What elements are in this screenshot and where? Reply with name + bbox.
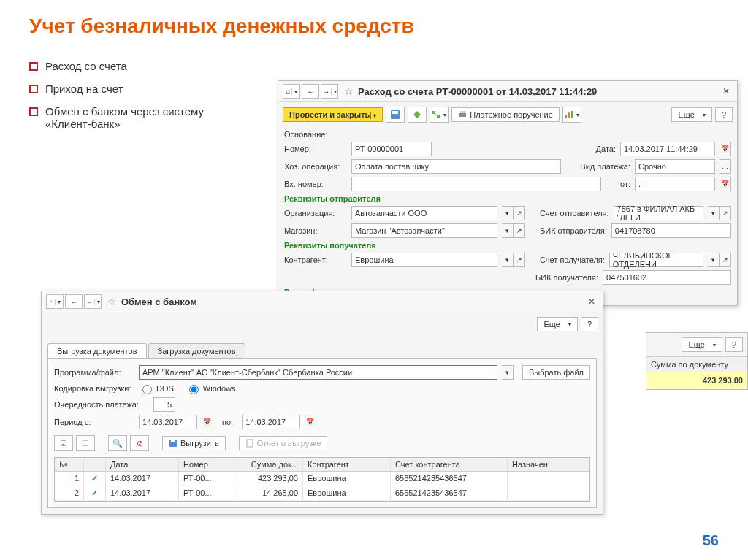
grid-header: № Дата Номер Сумма док... Контрагент Сче… bbox=[55, 458, 589, 472]
payment-order-button[interactable]: Платежное поручение bbox=[451, 107, 560, 122]
col-contractor[interactable]: Контрагент bbox=[303, 458, 391, 471]
window-title: Обмен с банком bbox=[121, 296, 197, 307]
list-item: Обмен с банком через систему «Клиент-бан… bbox=[29, 105, 248, 130]
radio-windows[interactable]: Windows bbox=[186, 383, 236, 394]
priority-input[interactable]: 5 bbox=[153, 397, 175, 412]
check-icon[interactable]: ✓ bbox=[84, 472, 106, 486]
calendar-icon[interactable]: 📅 bbox=[720, 177, 731, 191]
calendar-icon[interactable]: 📅 bbox=[202, 415, 213, 429]
save-button[interactable] bbox=[386, 107, 405, 123]
col-check[interactable] bbox=[84, 458, 106, 471]
calendar-icon[interactable]: 📅 bbox=[305, 415, 316, 429]
back-button[interactable]: ← bbox=[65, 294, 83, 309]
svg-rect-9 bbox=[571, 111, 573, 118]
print-icon bbox=[458, 110, 467, 119]
forward-button[interactable]: →▾ bbox=[84, 294, 102, 309]
program-input[interactable]: АРМ "Клиент" АС "Клиент-Сбербанк" Сберба… bbox=[139, 365, 497, 380]
period-from-input[interactable]: 14.03.2017 bbox=[139, 415, 197, 429]
open-icon[interactable]: ↗ bbox=[720, 206, 731, 220]
help-button[interactable]: ? bbox=[581, 317, 598, 331]
more-button[interactable]: Еще▾ bbox=[682, 337, 722, 352]
bullet-list: Расход со счета Приход на счет Обмен с б… bbox=[29, 60, 248, 130]
bullet-icon bbox=[29, 62, 38, 71]
export-button[interactable]: Выгрузить bbox=[162, 436, 226, 450]
sender-bic-label: БИК отправителя: bbox=[540, 226, 607, 235]
dropdown-icon[interactable]: ▾ bbox=[502, 253, 514, 267]
dropdown-icon[interactable]: ▾ bbox=[502, 206, 514, 220]
form-body: Основание: Номер: РТ-00000001 Дата: 14.0… bbox=[278, 127, 737, 305]
uncheck-all-button[interactable]: ☐ bbox=[76, 435, 95, 451]
check-icon[interactable]: ✓ bbox=[84, 486, 106, 500]
find-button[interactable]: 🔍 bbox=[108, 435, 127, 451]
close-button[interactable]: ✕ bbox=[720, 85, 733, 98]
svg-line-4 bbox=[435, 113, 438, 116]
organization-input[interactable]: Автозапчасти ООО bbox=[351, 206, 497, 220]
tabs: Выгрузка документов Загрузка документов bbox=[47, 343, 597, 359]
svg-rect-12 bbox=[247, 440, 253, 447]
receiver-group: Реквизиты получателя bbox=[284, 241, 731, 250]
home-button[interactable]: ⌂▾ bbox=[46, 294, 64, 309]
date-input[interactable]: 14.03.2017 11:44:29 bbox=[620, 142, 715, 156]
close-button[interactable]: ✕ bbox=[585, 295, 598, 308]
favorite-icon[interactable]: ☆ bbox=[107, 296, 117, 307]
report-button[interactable]: ▾ bbox=[562, 107, 581, 123]
open-icon[interactable]: ↗ bbox=[514, 223, 525, 238]
clear-find-button[interactable]: ⊘ bbox=[130, 435, 149, 451]
from-input[interactable]: . . bbox=[635, 177, 715, 191]
sender-group: Реквизиты отправителя bbox=[284, 194, 731, 203]
col-sum[interactable]: Сумма док... bbox=[237, 458, 303, 471]
bullet-text: Расход со счета bbox=[45, 60, 127, 72]
col-number[interactable]: Номер bbox=[179, 458, 237, 471]
open-icon[interactable]: ↗ bbox=[720, 253, 731, 267]
operation-input[interactable]: Оплата поставщику bbox=[351, 159, 561, 174]
check-all-button[interactable]: ☑ bbox=[54, 435, 73, 451]
col-account[interactable]: Счет контрагента bbox=[391, 458, 508, 471]
title-bar: ⌂▾ ← →▾ ☆ Обмен с банком ✕ bbox=[42, 291, 603, 312]
svg-rect-11 bbox=[171, 440, 175, 442]
report-button[interactable]: Отчет о выгрузке bbox=[239, 436, 328, 450]
help-button[interactable]: ? bbox=[715, 107, 733, 122]
col-date[interactable]: Дата bbox=[106, 458, 179, 471]
receiver-account-input[interactable]: ЧЕЛЯБИНСКОЕ ОТДЕЛЕНИ bbox=[609, 253, 703, 267]
receiver-bic-input[interactable]: 047501602 bbox=[603, 270, 731, 285]
table-row[interactable]: 2 ✓ 14.03.2017 РТ-00... 14 265,00 Евроши… bbox=[55, 486, 589, 501]
slide-title: Учет безналичных денежных средств bbox=[29, 15, 719, 38]
dropdown-icon[interactable]: ▾ bbox=[502, 365, 514, 380]
period-to-input[interactable]: 14.03.2017 bbox=[242, 415, 300, 429]
col-num[interactable]: № bbox=[55, 458, 84, 471]
open-icon[interactable]: ↗ bbox=[514, 253, 525, 267]
sender-bic-input[interactable]: 041708780 bbox=[611, 223, 731, 238]
sender-account-input[interactable]: 7567 в ФИЛИАЛ АКБ "ЛЕГИ bbox=[614, 206, 703, 220]
open-icon[interactable]: ↗ bbox=[514, 206, 525, 220]
list-item: Расход со счета bbox=[29, 60, 248, 72]
post-button[interactable] bbox=[408, 107, 427, 123]
dropdown-icon[interactable]: ▾ bbox=[502, 223, 514, 238]
contractor-input[interactable]: Еврошина bbox=[351, 253, 497, 267]
dropdown-icon[interactable]: ▾ bbox=[708, 206, 720, 220]
number-input[interactable]: РТ-00000001 bbox=[351, 142, 432, 156]
bullet-text: Обмен с банком через систему «Клиент-бан… bbox=[45, 105, 248, 130]
favorite-icon[interactable]: ☆ bbox=[344, 85, 354, 97]
more-button[interactable]: Еще▾ bbox=[671, 107, 711, 122]
tab-export[interactable]: Выгрузка документов bbox=[47, 343, 147, 358]
related-button[interactable]: ▾ bbox=[430, 107, 449, 123]
dropdown-icon[interactable]: ▾ bbox=[708, 253, 720, 267]
forward-button[interactable]: →▾ bbox=[321, 84, 338, 99]
col-purpose[interactable]: Назначен bbox=[508, 458, 589, 471]
more-button[interactable]: Еще▾ bbox=[537, 317, 577, 331]
payment-type-input[interactable]: Срочно bbox=[635, 159, 715, 174]
home-button[interactable]: ⌂▾ bbox=[283, 84, 300, 99]
post-and-close-button[interactable]: Провести и закрыть▾ bbox=[283, 107, 383, 122]
calendar-icon[interactable]: 📅 bbox=[720, 142, 731, 156]
operation-label: Хоз. операция: bbox=[284, 162, 347, 171]
back-button[interactable]: ← bbox=[302, 84, 319, 99]
store-input[interactable]: Магазин "Автозапчасти" bbox=[351, 223, 497, 238]
tab-import[interactable]: Загрузка документов bbox=[148, 343, 245, 358]
radio-dos[interactable]: DOS bbox=[139, 383, 174, 394]
help-button[interactable]: ? bbox=[725, 337, 743, 352]
select-icon[interactable]: … bbox=[720, 159, 731, 174]
ext-number-input[interactable] bbox=[351, 177, 601, 191]
sum-header: Сумма по документу bbox=[646, 356, 747, 372]
table-row[interactable]: 1 ✓ 14.03.2017 РТ-00... 423 293,00 Еврош… bbox=[55, 472, 589, 486]
choose-file-button[interactable]: Выбрать файл bbox=[522, 365, 590, 380]
